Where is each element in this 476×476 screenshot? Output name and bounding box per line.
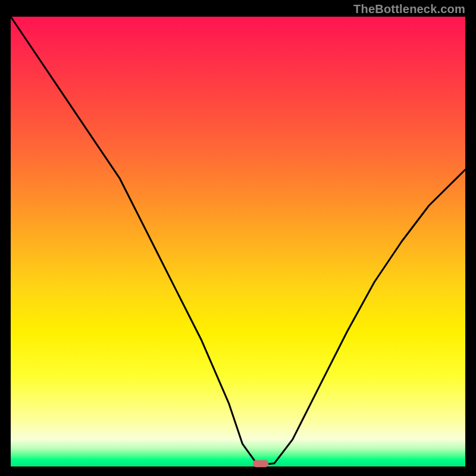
minimum-marker <box>253 460 268 467</box>
curve-layer <box>11 17 465 466</box>
plot-area <box>11 17 465 466</box>
bottleneck-curve <box>11 17 465 464</box>
chart-frame: TheBottleneck.com <box>0 0 476 476</box>
watermark-text: TheBottleneck.com <box>353 2 465 16</box>
